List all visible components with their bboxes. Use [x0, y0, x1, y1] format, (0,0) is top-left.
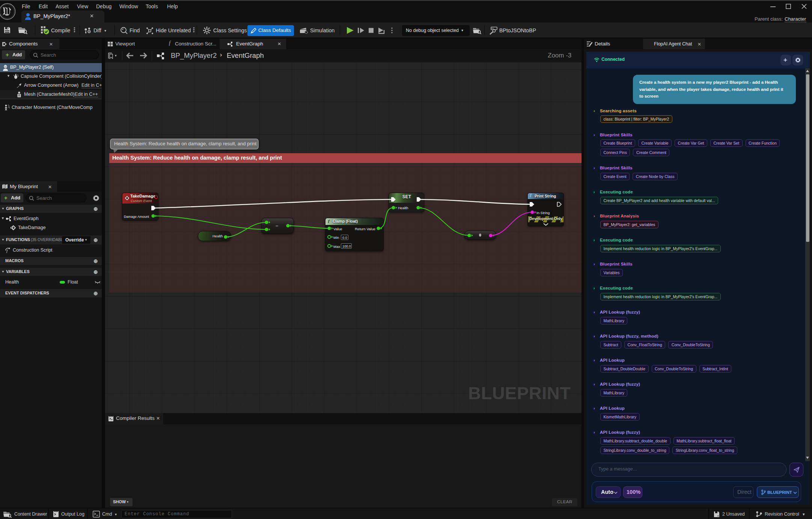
svg-text:f: f	[6, 249, 8, 253]
